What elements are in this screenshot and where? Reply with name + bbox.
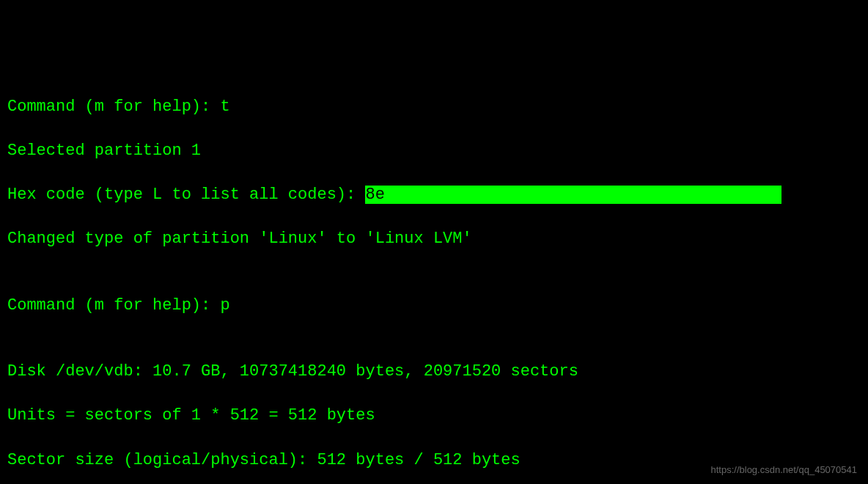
output-line: Changed type of partition 'Linux' to 'Li… xyxy=(7,228,861,250)
output-line: Units = sectors of 1 * 512 = 512 bytes xyxy=(7,405,861,427)
prompt: Command (m for help): xyxy=(7,98,220,116)
output-line: Disk /dev/vdb: 10.7 GB, 10737418240 byte… xyxy=(7,361,861,383)
prompt: Command (m for help): xyxy=(7,296,220,315)
watermark: https://blog.csdn.net/qq_45070541 xyxy=(711,463,858,477)
user-input: t xyxy=(220,98,229,116)
cmd-line-t: Command (m for help): t xyxy=(7,96,861,118)
cmd-line-p: Command (m for help): p xyxy=(7,295,861,317)
highlighted-input: 8e xyxy=(365,186,781,204)
hex-code-line: Hex code (type L to list all codes): 8e xyxy=(7,184,861,206)
user-input: p xyxy=(220,296,229,315)
output-line: Selected partition 1 xyxy=(7,140,861,162)
prompt: Hex code (type L to list all codes): xyxy=(7,186,365,204)
